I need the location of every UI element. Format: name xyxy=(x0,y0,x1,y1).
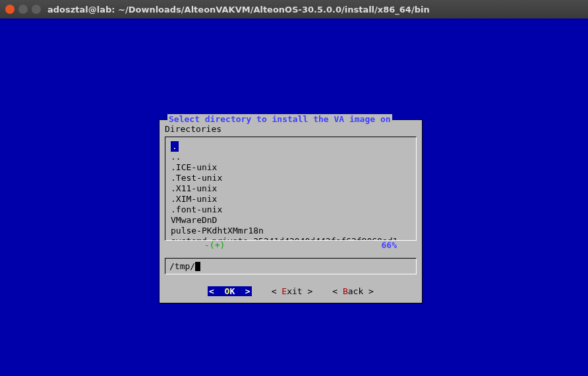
list-item[interactable]: .. xyxy=(171,152,411,162)
minimize-icon[interactable] xyxy=(18,5,28,14)
dialog-title: Select directory to install the VA image… xyxy=(167,114,392,124)
dialog-buttons: < OK > < Exit > < Back > xyxy=(165,286,417,296)
path-input[interactable]: /tmp/ xyxy=(165,258,417,274)
ok-button[interactable]: < OK > xyxy=(208,286,252,296)
list-item[interactable]: .Test-unix xyxy=(171,173,411,183)
exit-button[interactable]: < Exit > xyxy=(272,286,313,296)
window-title: adosztal@lab: ~/Downloads/AlteonVAKVM/Al… xyxy=(47,5,430,15)
list-item[interactable]: .ICE-unix xyxy=(171,162,411,173)
list-item[interactable]: .X11-unix xyxy=(171,183,411,194)
window-titlebar: adosztal@lab: ~/Downloads/AlteonVAKVM/Al… xyxy=(0,0,588,18)
gauge-left: -(+) xyxy=(204,240,225,250)
list-item[interactable]: .font-unix xyxy=(171,204,411,215)
list-item[interactable]: . xyxy=(171,141,179,152)
back-button[interactable]: < Back > xyxy=(332,286,374,296)
directory-listbox[interactable]: . .. .ICE-unix .Test-unix .X11-unix .XIM… xyxy=(165,137,417,241)
directories-label: Directories xyxy=(165,124,417,134)
maximize-icon[interactable] xyxy=(32,5,41,14)
list-item[interactable]: systemd-private-35241d43040d442faf63f806… xyxy=(171,236,411,241)
list-item[interactable]: pulse-PKdhtXMmr18n xyxy=(171,226,411,236)
gauge-percent: 66% xyxy=(382,240,397,250)
path-input-value: /tmp/ xyxy=(169,261,195,271)
directory-select-dialog: Select directory to install the VA image… xyxy=(159,119,423,303)
close-icon[interactable] xyxy=(5,5,15,14)
text-cursor xyxy=(195,262,200,271)
scroll-gauge: -(+) 66% xyxy=(165,240,417,250)
terminal-area: Select directory to install the VA image… xyxy=(0,18,588,376)
window-controls xyxy=(5,5,41,14)
list-item[interactable]: .XIM-unix xyxy=(171,194,411,204)
list-item[interactable]: VMwareDnD xyxy=(171,215,411,226)
